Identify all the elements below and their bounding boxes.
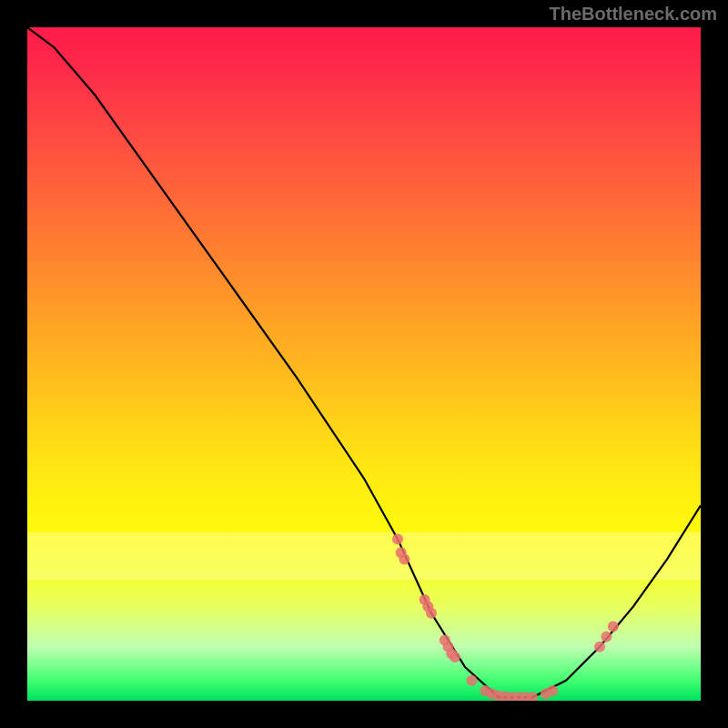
curve-markers — [392, 533, 619, 701]
chart-svg — [27, 27, 701, 701]
curve-marker — [594, 642, 605, 652]
curve-marker — [466, 675, 477, 686]
curve-marker — [608, 622, 619, 632]
curve-marker — [547, 685, 558, 696]
curve-marker — [399, 554, 410, 565]
plot-area — [27, 27, 701, 701]
curve-marker — [392, 533, 403, 544]
curve-marker — [450, 652, 460, 662]
watermark-text: TheBottleneck.com — [550, 4, 717, 25]
curve-marker — [426, 608, 437, 619]
curve-marker — [601, 632, 612, 642]
bottleneck-curve — [27, 27, 701, 697]
